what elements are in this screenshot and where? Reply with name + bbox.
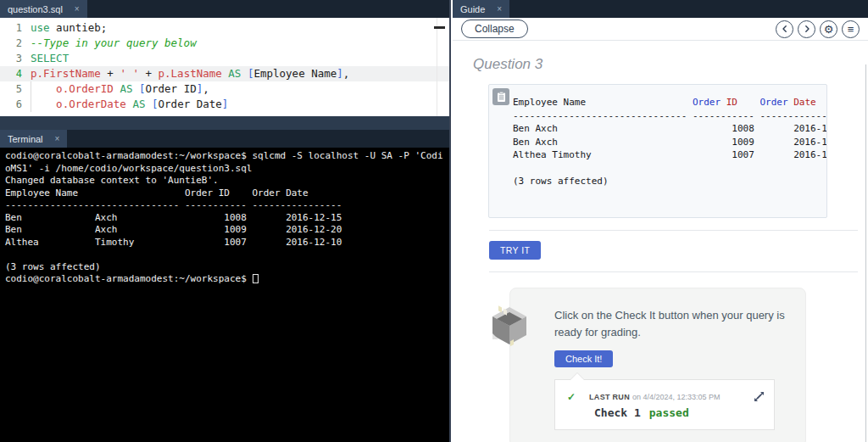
terminal-line: Ben Axch 1009 2016-12-20 bbox=[5, 224, 444, 237]
clipboard-icon bbox=[497, 92, 506, 103]
terminal-cursor bbox=[253, 274, 259, 283]
last-run-result: ✓ LAST RUN on 4/4/2024, 12:33:05 PM bbox=[554, 379, 775, 430]
guide-scrollbar[interactable] bbox=[865, 64, 866, 442]
grading-card: Click on the Check It button when your q… bbox=[509, 288, 806, 442]
close-icon[interactable]: × bbox=[55, 135, 60, 143]
editor-tabbar: question3.sql × bbox=[0, 0, 449, 18]
guide-code-line: Employee Name Order ID Order Date bbox=[513, 96, 826, 109]
guide-pane: Guide × Collapse ⚙ ≡ Qu bbox=[453, 0, 868, 442]
close-icon[interactable]: × bbox=[75, 5, 80, 14]
guide-tabbar: Guide × bbox=[453, 0, 868, 18]
last-run-timestamp: on 4/4/2024, 12:33:05 PM bbox=[632, 393, 721, 401]
gear-icon: ⚙ bbox=[824, 24, 834, 35]
code-text: use auntieb; bbox=[31, 20, 107, 36]
tab-label: Guide bbox=[460, 4, 485, 14]
guide-code-line: (3 rows affected) bbox=[513, 175, 826, 188]
tab-label: Terminal bbox=[8, 134, 43, 144]
line-number: 2 bbox=[0, 36, 31, 51]
editor-line[interactable]: 2--Type in your query below bbox=[0, 36, 449, 51]
editor-line[interactable]: 6 o.OrderDate AS [Order Date] bbox=[0, 97, 449, 112]
terminal-line: oMS1' -i /home/codio/workspace/question3… bbox=[5, 163, 444, 176]
expected-output-block: Employee Name Order ID Order Date-------… bbox=[488, 84, 827, 218]
next-page-button[interactable] bbox=[798, 20, 815, 38]
expand-results-button[interactable] bbox=[753, 390, 765, 403]
collapse-button[interactable]: Collapse bbox=[461, 20, 528, 38]
hamburger-icon: ≡ bbox=[848, 24, 854, 35]
line-number: 1 bbox=[0, 20, 31, 36]
page-title: Question 3 bbox=[473, 56, 868, 73]
app-window: question3.sql × 1use auntieb;2--Type in … bbox=[0, 0, 868, 442]
editor-line[interactable]: 1use auntieb; bbox=[0, 20, 449, 36]
try-it-button[interactable]: TRY IT bbox=[489, 241, 541, 260]
check-passed-icon: ✓ bbox=[567, 391, 576, 403]
guide-code-line: Ben Axch 1008 2016-12-15 bbox=[513, 122, 826, 136]
terminal-line: codio@coralcobalt-armadamodest:~/workspa… bbox=[5, 150, 444, 163]
editor-line[interactable]: 3SELECT bbox=[0, 51, 449, 66]
terminal[interactable]: codio@coralcobalt-armadamodest:~/workspa… bbox=[0, 148, 449, 442]
guide-toolbar: Collapse ⚙ ≡ bbox=[453, 18, 868, 41]
code-text: o.OrderID AS [Order ID], bbox=[31, 81, 209, 97]
line-number: 3 bbox=[0, 51, 31, 66]
terminal-line: Changed database context to 'AuntieB'. bbox=[5, 175, 444, 187]
last-run-header: ✓ LAST RUN on 4/4/2024, 12:33:05 PM bbox=[555, 380, 774, 406]
close-icon[interactable]: × bbox=[497, 5, 502, 14]
editor-line[interactable]: 5 o.OrderID AS [Order ID], bbox=[0, 81, 449, 97]
line-number: 6 bbox=[0, 97, 31, 112]
grading-instruction: Click on the Check It button when your q… bbox=[554, 307, 802, 340]
divider bbox=[489, 271, 858, 272]
prev-page-button[interactable] bbox=[776, 20, 793, 38]
settings-button[interactable]: ⚙ bbox=[820, 20, 837, 38]
check-name: Check 1 bbox=[594, 406, 641, 419]
menu-button[interactable]: ≡ bbox=[842, 20, 860, 38]
code-text: p.FirstName + ' ' + p.LastName AS [Emplo… bbox=[31, 66, 349, 81]
editor-line[interactable]: 4p.FirstName + ' ' + p.LastName AS [Empl… bbox=[0, 66, 449, 81]
line-number: 4 bbox=[0, 66, 31, 81]
guide-content: Question 3 Employee Name Order ID Order … bbox=[453, 41, 868, 442]
chevron-right-icon bbox=[803, 25, 811, 33]
terminal-line: (3 rows affected) bbox=[5, 261, 444, 274]
line-number: 5 bbox=[0, 81, 31, 97]
code-text: o.OrderDate AS [Order Date] bbox=[31, 97, 228, 112]
tab-label: question3.sql bbox=[8, 4, 63, 14]
code-text: SELECT bbox=[31, 51, 69, 66]
divider bbox=[489, 230, 858, 231]
check-result-line: Check 1passed bbox=[555, 406, 774, 429]
guide-code-line bbox=[513, 162, 826, 176]
terminal-tabbar: Terminal × bbox=[0, 130, 449, 148]
editor-scrollbar-track bbox=[437, 18, 437, 116]
terminal-prompt-line: codio@coralcobalt-armadamodest:~/workspa… bbox=[5, 273, 444, 286]
editor-lines: 1use auntieb;2--Type in your query below… bbox=[0, 20, 449, 112]
code-editor[interactable]: 1use auntieb;2--Type in your query below… bbox=[0, 18, 449, 116]
terminal-line: Ben Axch 1008 2016-12-15 bbox=[5, 212, 444, 225]
terminal-line: ------------------------------- --------… bbox=[5, 199, 444, 212]
guide-code-line: ------------------------------- --------… bbox=[513, 109, 826, 123]
editor-statusbar: 27% (4:52) bbox=[0, 116, 449, 130]
terminal-line: Althea Timothy 1007 2016-12-10 bbox=[5, 237, 444, 249]
check-status: passed bbox=[649, 406, 689, 419]
guide-code: Employee Name Order ID Order Date-------… bbox=[513, 96, 826, 188]
terminal-output: codio@coralcobalt-armadamodest:~/workspa… bbox=[5, 150, 444, 286]
tab-terminal[interactable]: Terminal × bbox=[0, 130, 67, 148]
terminal-line: Employee Name Order ID Order Date bbox=[5, 187, 444, 200]
chevron-left-icon bbox=[781, 25, 789, 33]
terminal-line bbox=[5, 249, 444, 261]
grading-body: Click on the Check It button when your q… bbox=[510, 288, 805, 430]
guide-code-line: Ben Axch 1009 2016-12-20 bbox=[513, 136, 826, 149]
editor-terminal-pane: question3.sql × 1use auntieb;2--Type in … bbox=[0, 0, 451, 442]
check-it-button[interactable]: Check It! bbox=[554, 350, 613, 367]
tab-guide[interactable]: Guide × bbox=[453, 0, 509, 18]
last-run-label: LAST RUN bbox=[589, 393, 630, 401]
code-text: --Type in your query below bbox=[31, 36, 197, 51]
tab-question3-sql[interactable]: question3.sql × bbox=[0, 0, 87, 18]
guide-nav-buttons: ⚙ ≡ bbox=[776, 20, 860, 38]
copy-button[interactable] bbox=[492, 88, 509, 105]
expand-icon bbox=[753, 390, 765, 403]
codio-box-icon bbox=[490, 305, 529, 350]
guide-code-line: Althea Timothy 1007 2016-12-10 bbox=[513, 148, 826, 162]
editor-scrollbar-thumb[interactable] bbox=[434, 26, 445, 29]
